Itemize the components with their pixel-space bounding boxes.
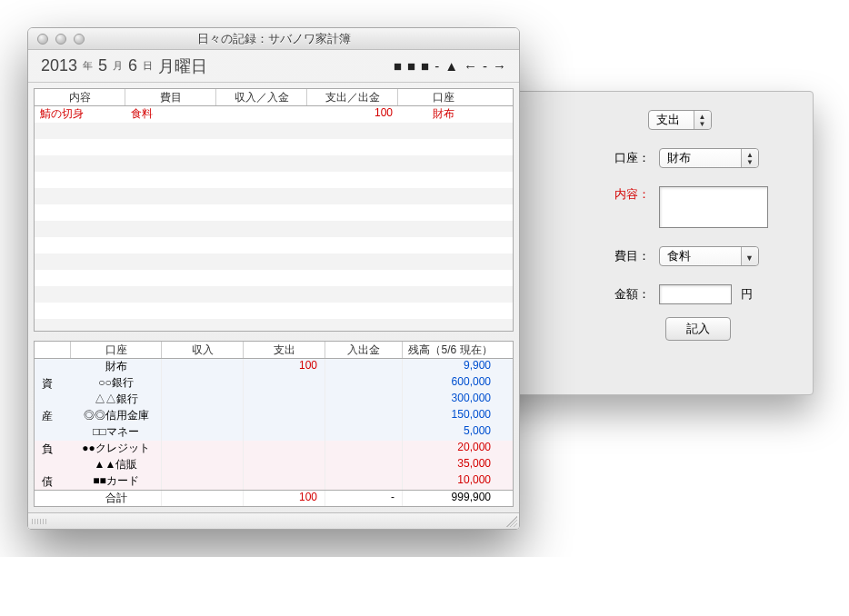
nav-block1-icon[interactable]: ■ — [394, 58, 402, 74]
sum-transfer — [325, 359, 403, 375]
content-label: 内容： — [610, 186, 650, 203]
category-cell — [35, 457, 71, 473]
account-select-value: 財布 — [667, 150, 691, 166]
sum-expense — [244, 392, 325, 408]
sum-expense: 100 — [244, 359, 325, 375]
zoom-icon[interactable] — [74, 34, 85, 45]
list-col-income: 収入／入金 — [216, 89, 307, 105]
category-cell — [35, 491, 71, 506]
window-title: 日々の記録：サバノワ家計簿 — [28, 31, 519, 47]
category-label: 費目： — [610, 248, 650, 264]
titlebar: 日々の記録：サバノワ家計簿 — [28, 28, 519, 50]
sum-expense — [244, 473, 325, 490]
summary-row: △△銀行 300,000 — [35, 392, 513, 408]
nav-prev-icon[interactable]: ← — [464, 58, 477, 74]
summary-row: □□マネー 5,000 — [35, 424, 513, 441]
sum-expense — [244, 424, 325, 441]
category-select[interactable]: 食料 ▼ — [659, 246, 759, 266]
nav-block2-icon[interactable]: ■ — [407, 58, 415, 74]
updown-icon: ▲▼ — [746, 152, 754, 166]
summary-row: ▲▲信販 35,000 — [35, 457, 513, 473]
date-month-suffix: 月 — [113, 59, 123, 73]
sum-account: ■■カード — [71, 473, 162, 490]
sum-account: ●●クレジット — [71, 441, 162, 457]
amount-unit: 円 — [741, 286, 753, 303]
sum-total-label: 合計 — [71, 491, 162, 506]
sum-balance: 300,000 — [403, 392, 498, 408]
summary-row: 財布 100 9,900 — [35, 359, 513, 375]
category-cell — [35, 359, 71, 375]
sum-account: ◎◎信用金庫 — [71, 408, 162, 424]
list-col-category: 費目 — [125, 89, 216, 105]
sum-expense — [244, 441, 325, 457]
type-select-value: 支出 — [656, 112, 680, 128]
sum-income — [162, 473, 244, 490]
list-col-account: 口座 — [398, 89, 489, 105]
sum-income — [162, 457, 244, 473]
date-year-suffix: 年 — [83, 59, 93, 73]
sum-account: ▲▲信販 — [71, 457, 162, 473]
nav-up-icon[interactable]: ▲ — [444, 58, 458, 74]
sum-expense — [244, 408, 325, 424]
cell-expense: 100 — [307, 106, 398, 123]
summary-total-row: 合計 100 - 999,900 — [35, 490, 513, 506]
sum-balance: 20,000 — [403, 441, 498, 457]
sum-col-account: 口座 — [71, 342, 162, 358]
sum-account: △△銀行 — [71, 392, 162, 408]
category-asset2: 産 — [35, 408, 71, 424]
cell-income — [216, 106, 307, 123]
nav-next-icon[interactable]: → — [493, 58, 506, 74]
summary-row: 資 ○○銀行 600,000 — [35, 375, 513, 392]
sum-balance: 600,000 — [403, 375, 498, 392]
date-day-suffix: 日 — [143, 59, 153, 73]
sum-account: ○○銀行 — [71, 375, 162, 392]
sum-income — [162, 424, 244, 441]
sum-balance: 9,900 — [403, 359, 498, 375]
list-body[interactable]: 鯖の切身 食料 100 財布 — [34, 106, 514, 332]
submit-button[interactable]: 記入 — [665, 317, 731, 341]
sum-transfer — [325, 392, 403, 408]
amount-input[interactable] — [659, 284, 732, 304]
date-day: 6 — [128, 56, 137, 75]
sum-expense — [244, 457, 325, 473]
summary-row: 債 ■■カード 10,000 — [35, 473, 513, 490]
category-debt2: 債 — [35, 473, 71, 490]
sum-balance: 10,000 — [403, 473, 498, 490]
sum-account: □□マネー — [71, 424, 162, 441]
sum-total-expense: 100 — [244, 491, 325, 506]
sum-total-income — [162, 491, 244, 506]
main-window: 日々の記録：サバノワ家計簿 2013 年 5 月 6 日 月曜日 ■ ■ ■ -… — [27, 27, 520, 530]
sum-total-transfer: - — [325, 491, 403, 506]
nav-block3-icon[interactable]: ■ — [421, 58, 429, 74]
category-select-value: 食料 — [667, 248, 691, 264]
sum-col-blank — [35, 342, 71, 358]
sum-balance: 5,000 — [403, 424, 498, 441]
nav-sep2: - — [483, 58, 487, 74]
sum-total-balance: 999,900 — [403, 491, 498, 506]
sum-income — [162, 359, 244, 375]
sum-income — [162, 392, 244, 408]
account-label: 口座： — [610, 150, 650, 166]
sum-col-expense: 支出 — [244, 342, 325, 358]
chevron-down-icon: ▼ — [745, 254, 754, 262]
window-footer — [28, 512, 519, 529]
date-weekday: 月曜日 — [158, 55, 207, 77]
list-col-expense: 支出／出金 — [307, 89, 398, 105]
content-input[interactable] — [659, 186, 768, 228]
category-cell — [35, 424, 71, 441]
minimize-icon[interactable] — [55, 34, 66, 45]
summary-row: 負 ●●クレジット 20,000 — [35, 441, 513, 457]
list-col-content: 内容 — [35, 89, 125, 105]
type-select[interactable]: 支出 ▲▼ — [648, 110, 712, 130]
sum-income — [162, 408, 244, 424]
account-select[interactable]: 財布 ▲▼ — [659, 148, 759, 168]
amount-label: 金額： — [610, 286, 650, 303]
list-row[interactable]: 鯖の切身 食料 100 財布 — [35, 106, 513, 123]
date-bar: 2013 年 5 月 6 日 月曜日 ■ ■ ■ - ▲ ← - → — [28, 50, 519, 83]
sum-transfer — [325, 375, 403, 392]
sum-income — [162, 375, 244, 392]
close-icon[interactable] — [37, 34, 48, 45]
category-asset1: 資 — [35, 375, 71, 392]
sum-transfer — [325, 424, 403, 441]
sum-transfer — [325, 441, 403, 457]
